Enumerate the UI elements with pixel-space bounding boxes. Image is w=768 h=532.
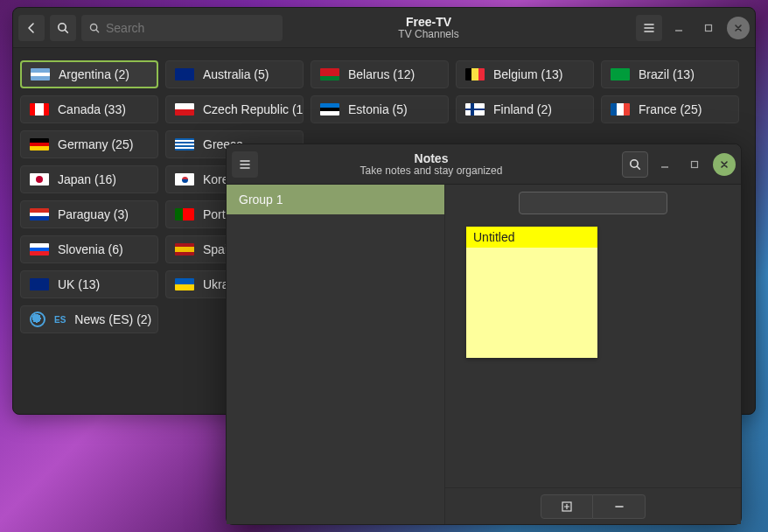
maximize-icon bbox=[704, 24, 713, 32]
country-button[interactable]: UK (13) bbox=[20, 270, 158, 298]
notes-main: Untitled bbox=[445, 185, 741, 524]
flag-icon bbox=[320, 68, 339, 80]
flag-icon bbox=[175, 243, 194, 256]
notes-window: Notes Take notes and stay organized Grou… bbox=[226, 144, 742, 525]
window-title: Free-TV bbox=[288, 15, 569, 29]
country-label: Canada (33) bbox=[58, 102, 126, 116]
flag-icon bbox=[30, 138, 49, 150]
flag-icon bbox=[611, 103, 630, 116]
country-label: Czech Republic (16) bbox=[203, 102, 304, 116]
search-button[interactable] bbox=[50, 15, 76, 41]
notes-minimize-button[interactable] bbox=[653, 153, 676, 176]
flag-icon bbox=[30, 278, 49, 290]
notes-header: Notes Take notes and stay organized bbox=[227, 144, 741, 185]
minimize-button[interactable] bbox=[667, 17, 690, 39]
notes-search-row bbox=[445, 185, 741, 227]
maximize-button[interactable] bbox=[697, 17, 720, 39]
window-title-block: Free-TV TV Channels bbox=[288, 15, 631, 41]
country-label: Paraguay (3) bbox=[58, 207, 129, 221]
country-button[interactable]: Brazil (13) bbox=[601, 60, 739, 88]
flag-icon bbox=[175, 138, 194, 150]
flag-icon bbox=[320, 103, 339, 116]
hamburger-icon bbox=[642, 21, 656, 35]
notes-search-field[interactable] bbox=[519, 192, 667, 214]
country-label: Belgium (13) bbox=[493, 67, 562, 81]
country-label: Slovenia (6) bbox=[58, 242, 123, 256]
notes-window-subtitle: Take notes and stay organized bbox=[263, 165, 599, 178]
country-button[interactable]: Estonia (5) bbox=[311, 95, 449, 123]
flag-icon bbox=[30, 243, 49, 256]
flag-icon bbox=[175, 103, 194, 116]
remove-note-button[interactable] bbox=[593, 494, 646, 519]
back-button[interactable] bbox=[18, 15, 45, 41]
notes-body: Group 1 Untitled bbox=[227, 185, 741, 524]
notes-search-input[interactable] bbox=[527, 197, 674, 210]
globe-icon bbox=[30, 312, 45, 327]
country-button[interactable]: Belgium (13) bbox=[456, 60, 594, 88]
country-label: UK (13) bbox=[58, 277, 100, 291]
flag-icon bbox=[465, 68, 485, 80]
country-button[interactable]: Germany (25) bbox=[20, 130, 158, 158]
country-label: Estonia (5) bbox=[348, 102, 408, 116]
country-label: Japan (16) bbox=[58, 172, 116, 186]
close-button[interactable] bbox=[727, 17, 750, 39]
arrow-left-icon bbox=[24, 21, 38, 35]
country-button[interactable]: Paraguay (3) bbox=[20, 200, 158, 228]
country-button[interactable]: Belarus (12) bbox=[311, 60, 449, 88]
es-badge: ES bbox=[54, 315, 66, 325]
close-icon bbox=[734, 24, 743, 32]
add-note-icon bbox=[561, 500, 573, 513]
flag-icon bbox=[175, 278, 194, 290]
country-label: Australia (5) bbox=[203, 67, 269, 81]
news-channel-button[interactable]: ES News (ES) (2) bbox=[20, 305, 158, 333]
country-button[interactable]: Australia (5) bbox=[165, 60, 304, 88]
notes-title-block: Notes Take notes and stay organized bbox=[263, 151, 617, 178]
notes-window-title: Notes bbox=[263, 151, 599, 165]
window-controls bbox=[667, 17, 750, 39]
free-tv-header: Free-TV TV Channels bbox=[13, 8, 755, 48]
flag-icon bbox=[175, 208, 194, 220]
country-label: Argentina (2) bbox=[59, 67, 129, 81]
flag-icon bbox=[30, 173, 49, 186]
minimize-icon bbox=[674, 24, 683, 32]
sticky-note[interactable]: Untitled bbox=[466, 227, 597, 358]
flag-icon bbox=[31, 68, 50, 80]
country-button[interactable]: Argentina (2) bbox=[20, 60, 158, 88]
flag-icon bbox=[175, 173, 194, 186]
window-subtitle: TV Channels bbox=[288, 29, 569, 41]
country-button[interactable]: Canada (33) bbox=[20, 95, 158, 123]
close-icon bbox=[720, 160, 729, 169]
hamburger-button[interactable] bbox=[636, 15, 662, 41]
notes-sidebar: Group 1 bbox=[227, 185, 445, 524]
notes-footer bbox=[445, 487, 741, 524]
notes-search-button[interactable] bbox=[622, 151, 648, 178]
notes-hamburger-button[interactable] bbox=[232, 151, 258, 178]
search-icon bbox=[88, 22, 101, 34]
country-label: Finland (2) bbox=[493, 102, 552, 116]
notes-maximize-button[interactable] bbox=[683, 153, 706, 176]
hamburger-icon bbox=[238, 158, 252, 172]
country-button[interactable]: Finland (2) bbox=[456, 95, 594, 123]
search-icon bbox=[56, 21, 70, 35]
minus-icon bbox=[613, 500, 625, 513]
minimize-icon bbox=[660, 160, 669, 169]
flag-icon bbox=[30, 103, 49, 116]
notes-group-label: Group 1 bbox=[239, 192, 283, 206]
svg-rect-4 bbox=[692, 161, 698, 167]
flag-icon bbox=[611, 68, 630, 80]
flag-icon bbox=[30, 208, 49, 220]
country-label: Germany (25) bbox=[58, 137, 133, 151]
search-field[interactable] bbox=[81, 15, 283, 41]
country-label: Brazil (13) bbox=[639, 67, 695, 81]
notes-group-item[interactable]: Group 1 bbox=[227, 185, 444, 214]
search-icon bbox=[628, 158, 642, 172]
add-note-button[interactable] bbox=[541, 494, 593, 519]
search-input[interactable] bbox=[106, 21, 276, 35]
country-button[interactable]: Czech Republic (16) bbox=[165, 95, 304, 123]
country-button[interactable]: Slovenia (6) bbox=[20, 235, 158, 263]
country-button[interactable]: France (25) bbox=[601, 95, 739, 123]
notes-close-button[interactable] bbox=[713, 153, 736, 176]
news-label: News (ES) (2) bbox=[74, 312, 151, 326]
country-button[interactable]: Japan (16) bbox=[20, 165, 158, 193]
notes-canvas: Untitled bbox=[445, 227, 741, 487]
